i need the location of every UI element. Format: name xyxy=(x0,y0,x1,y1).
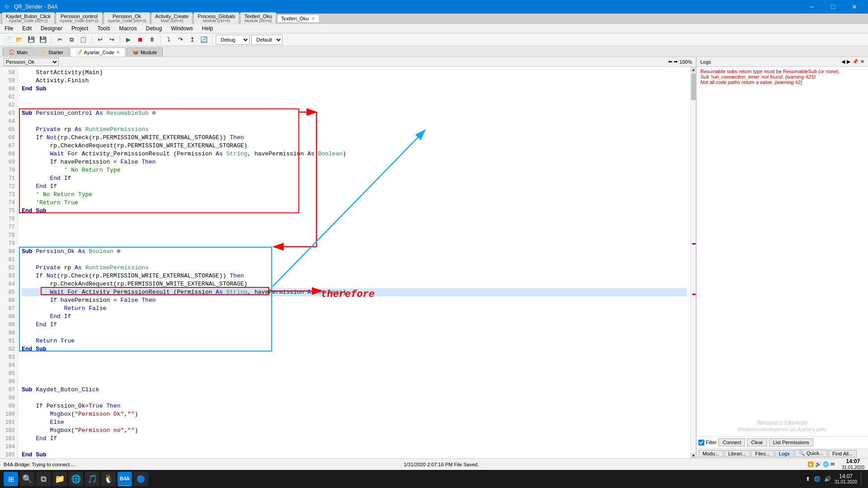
open-button[interactable]: 📂 xyxy=(14,35,24,45)
scroll-up-arrow[interactable]: ▲ xyxy=(691,67,696,72)
run-button[interactable]: ▶ xyxy=(123,35,133,45)
ln-88: 88 xyxy=(0,313,18,321)
undo-button[interactable]: ↩ xyxy=(95,35,105,45)
code-line-100: Msgbox("Permisson Ok","") xyxy=(22,410,687,418)
tray-up-arrow[interactable]: ⬆ xyxy=(806,476,810,482)
menubar: File Edit Designer Project Tools Macros … xyxy=(0,23,868,33)
step-into-button[interactable]: ⤵ xyxy=(164,35,174,45)
step-out-button[interactable]: ↥ xyxy=(187,35,197,45)
taskbar-right: ⬆ 🌐 🔊 14:07 31.01.2020 xyxy=(800,472,868,486)
tab-files[interactable]: Files... xyxy=(751,450,774,457)
sub-selector[interactable]: Perssion_Ok Perssion_control Kaydet_Buto… xyxy=(4,58,59,66)
filter-label: Filter xyxy=(706,440,717,445)
code-line-75: End Sub xyxy=(22,207,687,215)
code-line-65: Private rp As RuntimePermissions xyxy=(22,126,687,134)
tray-volume[interactable]: 🔊 xyxy=(824,476,831,482)
qtab-perssion-ok[interactable]: Perssion_Ok Ayarlar_Code (ctrl+3) xyxy=(104,12,151,24)
browser-taskbar-icon[interactable]: 🌐 xyxy=(69,472,83,486)
tab-quick[interactable]: 🔍 Quick... xyxy=(795,450,827,457)
music-taskbar-icon[interactable]: 🎵 xyxy=(85,472,99,486)
code-line-104 xyxy=(22,443,687,451)
list-permissions-button[interactable]: List Permissions xyxy=(769,438,813,446)
stop-button[interactable]: ⏹ xyxy=(135,35,145,45)
menu-designer[interactable]: Designer xyxy=(36,24,67,33)
tab-librari[interactable]: Librari... xyxy=(724,450,750,457)
menu-windows[interactable]: Windows xyxy=(166,24,198,33)
menu-help[interactable]: Help xyxy=(198,24,218,33)
tab-modu[interactable]: Modu... xyxy=(698,450,723,457)
ln-63: 63 xyxy=(0,109,18,117)
qtab-kaydet[interactable]: Kaydet_Buton_Click Ayarlar_Code (ctrl+1) xyxy=(2,12,55,24)
close-button[interactable]: ✕ xyxy=(844,0,864,14)
qtab-process-globals[interactable]: Process_Globals Module (ctrl+5) xyxy=(193,12,239,24)
step-over-button[interactable]: ↷ xyxy=(175,35,185,45)
pause-button[interactable]: ⏸ xyxy=(147,35,157,45)
paste-button[interactable]: 📋 xyxy=(78,35,88,45)
qtab-activity-create[interactable]: Activity_Create Main (ctrl+4) xyxy=(151,12,193,24)
menu-project[interactable]: Project xyxy=(67,24,93,33)
qtab-textleri-oku-active[interactable]: Textleri_Oku ✕ xyxy=(277,14,319,22)
code-lines[interactable]: StartActivity(Main) Activity.Finish End … xyxy=(18,67,690,458)
scroll-down-arrow[interactable]: ▼ xyxy=(691,453,696,458)
qtab-textleri-oku[interactable]: Textleri_Oku Module (ctrl+6) xyxy=(240,12,276,24)
tab-module[interactable]: 📦 Module xyxy=(127,47,163,56)
tab-starter[interactable]: ⚡ Starter xyxy=(34,47,69,56)
qtab-sublabel: Ayarlar_Code (ctrl+3) xyxy=(108,19,146,23)
code-line-72: End If xyxy=(22,183,687,191)
menu-macros[interactable]: Macros xyxy=(114,24,141,33)
code-line-60: End Sub xyxy=(22,85,687,93)
log-message-2: Sub 'run_connection_timer' not found. (w… xyxy=(700,74,864,80)
menu-tools[interactable]: Tools xyxy=(93,24,114,33)
ln-61: 61 xyxy=(0,93,18,101)
logs-pin[interactable]: 📌 xyxy=(852,59,859,65)
app-taskbar-icon[interactable]: 🐧 xyxy=(101,472,116,486)
scrollbar-thumb[interactable] xyxy=(691,73,696,100)
tab-label: Main xyxy=(17,50,28,55)
ln-78: 78 xyxy=(0,231,18,239)
cut-button[interactable]: ✂ xyxy=(55,35,65,45)
connect-button[interactable]: Connect xyxy=(718,438,745,446)
build-config-dropdown[interactable]: Default xyxy=(251,35,283,45)
explorer-taskbar-icon[interactable]: 📁 xyxy=(52,472,67,486)
search-taskbar-icon[interactable]: 🔍 xyxy=(20,472,34,486)
debug-mode-dropdown[interactable]: Debug Release xyxy=(216,35,250,45)
logs-arrow-right[interactable]: ▶ xyxy=(847,59,850,65)
save-button[interactable]: 💾 xyxy=(26,35,36,45)
logs-close[interactable]: ✕ xyxy=(860,59,864,65)
taskbar-clock[interactable]: 14:07 31.01.2020 xyxy=(835,473,857,485)
tab-close-icon[interactable]: ✕ xyxy=(116,50,120,55)
restart-button[interactable]: 🔄 xyxy=(199,35,209,45)
ln-81: 81 xyxy=(0,256,18,264)
logs-arrow-left[interactable]: ◀ xyxy=(841,59,845,65)
quick-access-tabs: Kaydet_Buton_Click Ayarlar_Code (ctrl+1)… xyxy=(0,14,868,23)
show-desktop[interactable] xyxy=(861,472,863,486)
tab-ayarlar-code[interactable]: 📝 Ayarlar_Code ✕ xyxy=(70,47,126,56)
minimize-button[interactable]: ─ xyxy=(802,0,822,14)
redo-button[interactable]: ↪ xyxy=(107,35,117,45)
tab-main[interactable]: 🏠 Main xyxy=(3,47,33,56)
copy-button[interactable]: ⧉ xyxy=(66,35,76,45)
save-all-button[interactable]: 💾 xyxy=(38,35,48,45)
new-file-button[interactable]: 📄 xyxy=(3,35,13,45)
qtab-perssion-control[interactable]: Perssion_control Ayarlar_Code (ctrl+2) xyxy=(56,12,103,24)
code-line-98 xyxy=(22,394,687,402)
ln-87: 87 xyxy=(0,305,18,313)
logs-panel: Logs ◀ ▶ 📌 ✕ Resumable subs return type … xyxy=(696,57,868,458)
menu-edit[interactable]: Edit xyxy=(18,24,36,33)
maximize-button[interactable]: □ xyxy=(823,0,843,14)
ln-64: 64 xyxy=(0,117,18,126)
start-button[interactable]: ⊞ xyxy=(4,472,18,486)
chrome-taskbar-icon[interactable]: 🔵 xyxy=(134,472,148,486)
task-view-icon[interactable]: ⧉ xyxy=(36,472,51,486)
editor-scrollbar[interactable]: ▲ ▼ xyxy=(690,67,696,458)
clear-button[interactable]: Clear xyxy=(747,438,767,446)
tab-logs[interactable]: Logs xyxy=(775,450,794,457)
code-line-94 xyxy=(22,361,687,370)
menu-debug[interactable]: Debug xyxy=(142,24,166,33)
menu-file[interactable]: File xyxy=(0,24,18,33)
tab-find-all[interactable]: Find All... xyxy=(828,450,857,457)
tray-network[interactable]: 🌐 xyxy=(814,476,821,482)
b4a-taskbar-icon[interactable]: B4A xyxy=(118,472,132,486)
qtab-sublabel: Module (ctrl+5) xyxy=(203,19,230,23)
filter-checkbox[interactable] xyxy=(698,440,704,446)
